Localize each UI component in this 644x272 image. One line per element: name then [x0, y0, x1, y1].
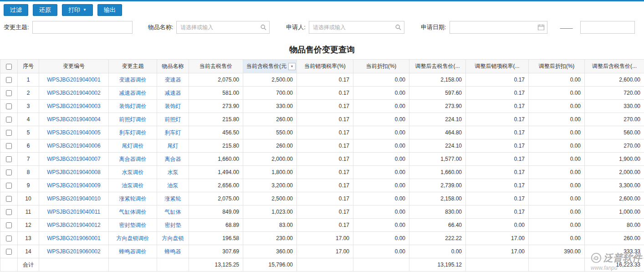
- col-header-current-tax-rate[interactable]: 当前销项税率(%): [297, 60, 353, 73]
- row-checkbox[interactable]: [6, 103, 12, 109]
- row-checkbox[interactable]: [6, 249, 12, 255]
- col-header-adjusted-price-in-tax[interactable]: 调整后含税售价(...: [585, 60, 644, 73]
- row-checkbox[interactable]: [6, 156, 12, 162]
- change-code-link[interactable]: WPSJBG2019040008: [39, 166, 109, 179]
- item-name-link[interactable]: 尾灯: [157, 139, 189, 153]
- change-subject-link[interactable]: 油泵调价: [109, 179, 157, 192]
- change-subject-link[interactable]: 气缸体调价: [109, 205, 157, 219]
- col-header-adjusted-price-ex-tax[interactable]: 调整后去税售价(...: [409, 60, 466, 73]
- change-subject-link[interactable]: 变速器调价: [109, 73, 157, 87]
- row-checkbox[interactable]: [6, 169, 12, 175]
- select-all-checkbox[interactable]: [6, 64, 12, 70]
- change-code-link[interactable]: WPSJBG2019040005: [39, 126, 109, 139]
- filter-button[interactable]: 过滤: [4, 4, 28, 16]
- item-name-link[interactable]: 变速器: [157, 73, 189, 87]
- change-subject-link[interactable]: 方向盘锁调价: [109, 232, 157, 245]
- col-header-current-discount[interactable]: 当前折扣(%): [353, 60, 409, 73]
- row-checkbox[interactable]: [6, 209, 12, 215]
- change-code-link[interactable]: WPSJBG2019040010: [39, 192, 109, 205]
- print-button[interactable]: 打印 ▼: [62, 4, 93, 16]
- change-code-link[interactable]: WPSJBG2019040009: [39, 179, 109, 192]
- row-checkbox-cell[interactable]: [0, 73, 18, 87]
- current-discount-cell: 0.00: [353, 100, 409, 113]
- sort-caret-icon[interactable]: ▼: [288, 63, 296, 70]
- change-subject-link[interactable]: 密封垫调价: [109, 219, 157, 232]
- item-name-input[interactable]: [176, 21, 270, 34]
- item-name-link[interactable]: 前照灯: [157, 113, 189, 126]
- row-checkbox-cell[interactable]: [0, 139, 18, 153]
- row-checkbox[interactable]: [6, 222, 12, 228]
- calendar-icon[interactable]: [538, 25, 544, 31]
- search-icon[interactable]: [395, 25, 401, 31]
- item-name-link[interactable]: 气缸体: [157, 205, 189, 219]
- change-code-link[interactable]: WPSJBG2019040004: [39, 113, 109, 126]
- change-code-link[interactable]: WPSJBG2019040003: [39, 100, 109, 113]
- col-header-change-code[interactable]: 变更编号: [39, 60, 109, 73]
- col-header-adjusted-tax-rate[interactable]: 调整后销项税率(...: [466, 60, 529, 73]
- change-code-link[interactable]: WPSJBG2019040001: [39, 73, 109, 87]
- change-subject-link[interactable]: 装饰灯调价: [109, 100, 157, 113]
- item-name-link[interactable]: 水泵: [157, 166, 189, 179]
- reset-button[interactable]: 还原: [33, 4, 57, 16]
- item-name-link[interactable]: 离合器: [157, 153, 189, 166]
- row-checkbox-cell[interactable]: [0, 205, 18, 219]
- row-checkbox[interactable]: [6, 183, 12, 189]
- caret-down-icon: ▼: [83, 8, 87, 12]
- change-code-link[interactable]: WPSJBG2019060002: [39, 245, 109, 258]
- row-checkbox-cell[interactable]: [0, 113, 18, 126]
- item-name-link[interactable]: 密封垫: [157, 219, 189, 232]
- change-subject-link[interactable]: 减速器调价: [109, 87, 157, 100]
- row-checkbox-cell[interactable]: [0, 192, 18, 205]
- row-checkbox-cell[interactable]: [0, 126, 18, 139]
- change-code-link[interactable]: WPSJBG2019040006: [39, 139, 109, 153]
- col-header-change-subject[interactable]: 变更主题: [109, 60, 157, 73]
- change-subject-link[interactable]: 蜂鸣器调价: [109, 245, 157, 258]
- item-name-link[interactable]: 涨紧轮: [157, 192, 189, 205]
- current-discount-cell: 0.00: [353, 245, 409, 258]
- item-name-link[interactable]: 刹车灯: [157, 126, 189, 139]
- col-header-adjusted-discount[interactable]: 调整后折扣(%): [529, 60, 585, 73]
- apply-date-start-input[interactable]: [450, 21, 547, 34]
- row-checkbox-cell[interactable]: [0, 87, 18, 100]
- col-header-current-price-ex-tax[interactable]: 当前去税售价: [189, 60, 243, 73]
- row-checkbox-cell[interactable]: [0, 100, 18, 113]
- change-code-link[interactable]: WPSJBG2019060001: [39, 232, 109, 245]
- row-checkbox[interactable]: [6, 77, 12, 83]
- row-checkbox[interactable]: [6, 130, 12, 136]
- change-subject-link[interactable]: 尾灯调价: [109, 139, 157, 153]
- row-checkbox[interactable]: [6, 117, 12, 123]
- col-header-item-name[interactable]: 物品名称: [157, 60, 189, 73]
- row-checkbox[interactable]: [6, 143, 12, 149]
- search-icon[interactable]: [261, 25, 266, 31]
- change-subject-link[interactable]: 前照灯调价: [109, 113, 157, 126]
- export-button[interactable]: 输出: [97, 4, 122, 16]
- change-subject-link[interactable]: 水泵调价: [109, 166, 157, 179]
- apply-date-end-input[interactable]: [580, 21, 635, 34]
- row-checkbox[interactable]: [6, 196, 12, 202]
- change-subject-link[interactable]: 离合器调价: [109, 153, 157, 166]
- col-header-current-price-in-tax[interactable]: 当前含税售价(元 ▼: [243, 60, 297, 73]
- row-checkbox-cell[interactable]: [0, 179, 18, 192]
- change-code-link[interactable]: WPSJBG2019040012: [39, 219, 109, 232]
- change-code-link[interactable]: WPSJBG2019040011: [39, 205, 109, 219]
- applicant-input[interactable]: [309, 21, 404, 34]
- row-checkbox-cell[interactable]: [0, 153, 18, 166]
- change-code-link[interactable]: WPSJBG2019040007: [39, 153, 109, 166]
- item-name-link[interactable]: 油泵: [157, 179, 189, 192]
- select-all-cell[interactable]: [0, 60, 18, 73]
- row-checkbox-cell[interactable]: [0, 232, 18, 245]
- item-name-link[interactable]: 减速器: [157, 87, 189, 100]
- col-header-no[interactable]: 序号: [18, 60, 39, 73]
- row-checkbox-cell[interactable]: [0, 166, 18, 179]
- row-checkbox-cell[interactable]: [0, 219, 18, 232]
- row-checkbox[interactable]: [6, 90, 12, 96]
- change-subject-link[interactable]: 刹车灯调价: [109, 126, 157, 139]
- change-subject-link[interactable]: 涨紧轮调价: [109, 192, 157, 205]
- row-checkbox-cell[interactable]: [0, 245, 18, 258]
- item-name-link[interactable]: 装饰灯: [157, 100, 189, 113]
- item-name-link[interactable]: 蜂鸣器: [157, 245, 189, 258]
- change-subject-input[interactable]: [32, 21, 133, 34]
- item-name-link[interactable]: 方向盘锁: [157, 232, 189, 245]
- row-checkbox[interactable]: [6, 236, 12, 241]
- change-code-link[interactable]: WPSJBG2019040002: [39, 87, 109, 100]
